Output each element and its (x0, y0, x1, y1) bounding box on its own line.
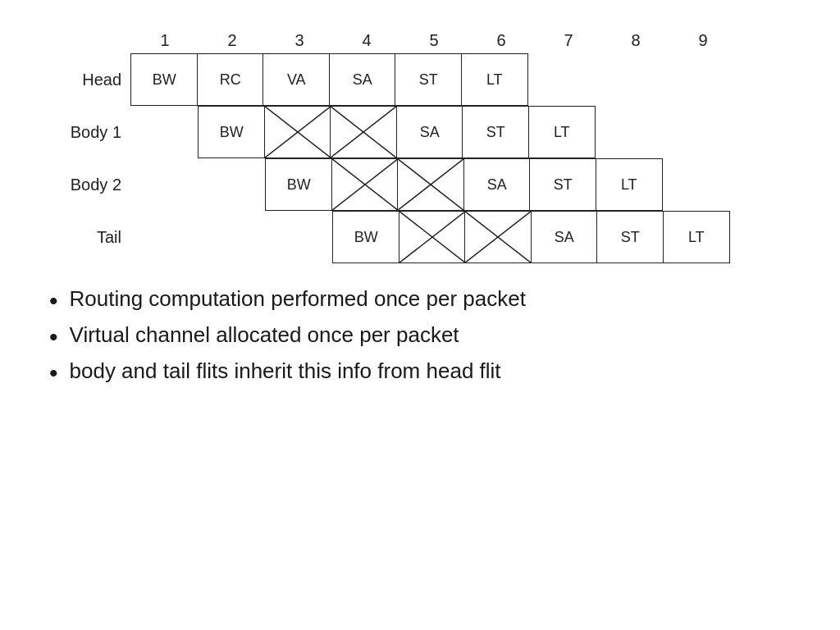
cell-x (331, 158, 399, 211)
pipeline-row: Body 1BW SASTLT (33, 106, 729, 158)
col-header: 3 (266, 31, 333, 53)
cell-empty (131, 158, 199, 211)
cell-text: ST (395, 53, 462, 106)
svg-line-7 (399, 159, 463, 210)
col-header: 7 (535, 31, 602, 53)
svg-line-8 (399, 212, 464, 262)
cell-text: BW (332, 211, 399, 263)
svg-line-0 (265, 107, 330, 158)
cell-text: RC (197, 53, 264, 106)
svg-line-1 (265, 107, 330, 158)
cell-text: LT (461, 53, 528, 106)
cell-x (399, 211, 466, 263)
row-label: Tail (33, 228, 131, 247)
cell-empty (199, 211, 266, 263)
cell-empty (595, 53, 662, 106)
col-headers: 123456789 (131, 31, 737, 53)
col-header: 8 (602, 31, 669, 53)
cell-text: BW (265, 158, 332, 211)
cell-empty (199, 158, 266, 211)
cell-x (397, 158, 464, 211)
cell-x (264, 106, 331, 158)
svg-line-5 (332, 159, 397, 210)
cell-empty (662, 158, 729, 211)
bullet-item: Routing computation performed once per p… (49, 286, 526, 316)
pipeline-diagram: 123456789 HeadBWRCVASASTLTBody 1BW SASTL… (33, 31, 807, 263)
bullet-list: Routing computation performed once per p… (49, 286, 526, 395)
col-header: 9 (669, 31, 737, 53)
svg-line-11 (466, 212, 531, 262)
cell-text: ST (462, 106, 529, 158)
cell-empty (266, 211, 333, 263)
cell-empty (527, 53, 595, 106)
pipeline-row: Body 2BW SASTLT (33, 158, 729, 211)
svg-line-6 (399, 159, 463, 210)
bullet-item: Virtual channel allocated once per packe… (49, 322, 526, 352)
bullet-item: body and tail flits inherit this info fr… (49, 358, 526, 388)
cell-text: BW (198, 106, 265, 158)
cell-text: BW (130, 53, 198, 106)
cell-text: LT (596, 158, 663, 211)
row-label: Head (33, 71, 131, 89)
cell-x (330, 106, 397, 158)
cell-empty (131, 106, 199, 158)
cell-text: ST (596, 211, 664, 263)
svg-line-4 (332, 159, 397, 210)
cell-text: SA (463, 158, 531, 211)
cell-empty (131, 211, 199, 263)
row-label: Body 1 (33, 123, 131, 142)
cell-text: LT (528, 106, 596, 158)
svg-line-2 (331, 107, 396, 158)
cell-text: SA (329, 53, 396, 106)
cell-empty (662, 53, 729, 106)
col-header: 2 (199, 31, 266, 53)
cell-empty (662, 106, 729, 158)
col-header: 4 (333, 31, 400, 53)
row-label: Body 2 (33, 176, 131, 194)
cell-text: VA (262, 53, 330, 106)
pipeline-row: TailBW SASTLT (33, 211, 729, 263)
svg-line-9 (399, 212, 464, 262)
cell-text: SA (531, 211, 598, 263)
cell-text: ST (529, 158, 596, 211)
svg-line-10 (466, 212, 531, 262)
col-header: 1 (131, 31, 199, 53)
col-header: 6 (468, 31, 535, 53)
cell-empty (595, 106, 662, 158)
svg-line-3 (331, 107, 396, 158)
pipeline-row: HeadBWRCVASASTLT (33, 53, 729, 106)
cell-text: LT (663, 211, 730, 263)
col-header: 5 (400, 31, 468, 53)
cell-text: SA (396, 106, 463, 158)
cell-x (464, 211, 532, 263)
